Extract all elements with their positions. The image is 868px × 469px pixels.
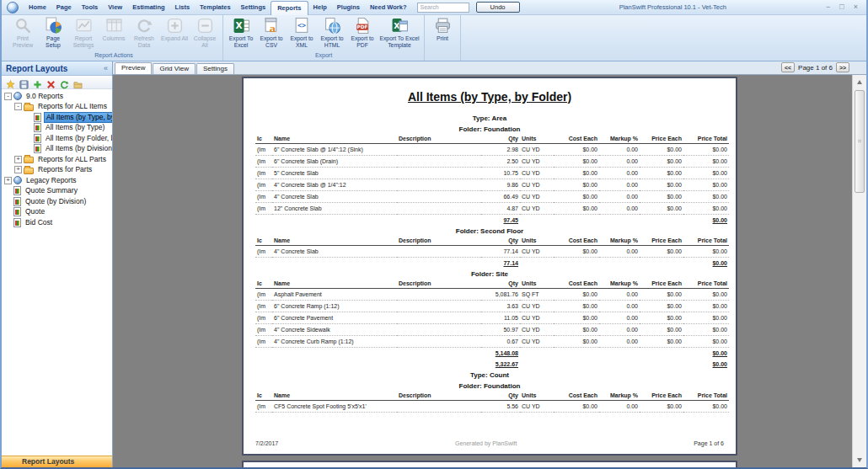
- prev-page-button[interactable]: <<: [781, 62, 795, 72]
- tab-preview[interactable]: Preview: [115, 62, 152, 74]
- column-header: Name: [272, 392, 397, 401]
- scrollbar-thumb[interactable]: [855, 90, 865, 193]
- column-header: Markup %: [599, 135, 640, 144]
- menu-help[interactable]: Help: [308, 1, 332, 13]
- export-to-excel-template-button[interactable]: XExport To Excel Template: [378, 16, 421, 50]
- tree-expander-icon[interactable]: +: [14, 166, 22, 173]
- report-cell: $0.00: [554, 324, 599, 336]
- undo-button[interactable]: Undo: [476, 2, 520, 13]
- vertical-scrollbar[interactable]: [852, 75, 866, 467]
- tree-item-all-items-by-folder-by-type[interactable]: All Items (by Folder, by Type): [2, 133, 112, 144]
- tab-settings[interactable]: Settings: [196, 63, 234, 74]
- add-icon[interactable]: [33, 77, 42, 87]
- report-cell: CU YD: [520, 179, 554, 191]
- export-to-pdf-button[interactable]: PDFExport to PDF: [347, 16, 378, 50]
- export-to-xml-button[interactable]: <>Export to XML: [287, 16, 317, 50]
- menu-home[interactable]: Home: [24, 1, 51, 13]
- report-total-cell: [272, 359, 397, 370]
- tree-expander-icon[interactable]: +: [4, 177, 12, 184]
- tree-item-all-items-by-type[interactable]: All Items (by Type): [2, 123, 112, 134]
- scroll-up-icon[interactable]: [854, 76, 865, 88]
- tree-item-label: Reports for ALL Parts: [36, 155, 108, 164]
- tree-item-all-items-by-division[interactable]: All Items (by Division): [2, 144, 112, 155]
- app-window: HomePageToolsViewEstimatingListsTemplate…: [0, 0, 868, 469]
- new-report-icon[interactable]: [6, 77, 15, 87]
- report-layouts-statusbar[interactable]: Report Layouts: [2, 456, 112, 467]
- report-cell: 5,081.76: [481, 289, 520, 301]
- columns-button[interactable]: Columns: [99, 16, 129, 43]
- tree-item-9-0-reports[interactable]: -9.0 Reports: [2, 91, 112, 102]
- report-total-cell: [599, 359, 640, 370]
- report-cell: 4" Concrete Sidewalk: [272, 324, 397, 336]
- scroll-down-icon[interactable]: [854, 454, 865, 466]
- report-cell: [397, 289, 481, 301]
- report-cell: $0.00: [640, 179, 683, 191]
- column-header: Ic: [255, 280, 272, 289]
- column-header: Ic: [255, 392, 272, 401]
- export-to-csv-button[interactable]: aExport to CSV: [256, 16, 287, 50]
- report-title: All Items (by Type, by Folder): [255, 90, 724, 104]
- tree-item-reports-for-parts[interactable]: +Reports for Parts: [2, 165, 112, 176]
- menu-tools[interactable]: Tools: [77, 1, 103, 13]
- tree-expander-icon[interactable]: -: [14, 103, 22, 110]
- folder-icon: [24, 168, 34, 174]
- report-total-cell: 77.14: [481, 258, 520, 269]
- delete-icon[interactable]: [46, 77, 56, 87]
- refresh-data-button[interactable]: Refresh Data: [129, 16, 159, 50]
- export-to-excel-button[interactable]: XExport To Excel: [226, 16, 256, 50]
- save-icon[interactable]: [19, 77, 29, 87]
- properties-icon[interactable]: [73, 77, 83, 87]
- menu-need-work[interactable]: Need Work?: [365, 1, 412, 13]
- report-icon: [34, 134, 41, 143]
- menu-settings[interactable]: Settings: [236, 1, 271, 13]
- menu-templates[interactable]: Templates: [195, 1, 236, 13]
- tree-item-quote-summary[interactable]: Quote Summary: [2, 186, 112, 197]
- refresh-icon[interactable]: [60, 77, 69, 87]
- menu-reports[interactable]: Reports: [271, 1, 308, 15]
- report-cell: [397, 312, 481, 324]
- report-cell: (Im: [255, 203, 272, 215]
- export-to-html-button[interactable]: Export to HTML: [317, 16, 347, 50]
- report-row: (Im4" Concrete Slab77.14CU YD$0.000.00$0…: [255, 246, 729, 258]
- menu-lists[interactable]: Lists: [170, 1, 196, 13]
- collapse-panel-icon[interactable]: «: [104, 64, 108, 72]
- column-header: Ic: [255, 135, 272, 144]
- menu-plugins[interactable]: Plugins: [332, 1, 365, 13]
- search-input[interactable]: [417, 3, 469, 13]
- page-setup-button[interactable]: Page Setup: [38, 16, 68, 50]
- next-page-button[interactable]: >>: [836, 62, 849, 72]
- expand-all-button[interactable]: Expand All: [159, 16, 190, 43]
- tab-grid-view[interactable]: Grid View: [153, 63, 196, 74]
- tree-expander-icon[interactable]: +: [14, 156, 22, 163]
- report-total-cell: [554, 359, 599, 370]
- report-footer-page: Page 1 of 6: [694, 440, 724, 446]
- menu-view[interactable]: View: [103, 1, 127, 13]
- tree-item-quote-by-division[interactable]: Quote (by Division): [2, 196, 112, 207]
- globe-icon: [13, 176, 22, 184]
- close-button[interactable]: ×: [854, 3, 858, 11]
- tree-item-quote[interactable]: Quote: [2, 207, 112, 218]
- print-button[interactable]: Print: [427, 16, 458, 43]
- report-cell: $0.00: [683, 289, 729, 301]
- sidebar-toolbar: [2, 76, 112, 89]
- tree-item-bid-cost[interactable]: Bid Cost: [2, 217, 112, 228]
- ribbon-button-label: Columns: [103, 35, 126, 42]
- maximize-button[interactable]: □: [839, 3, 844, 11]
- print-preview-button[interactable]: Print Preview: [8, 16, 38, 50]
- tree-item-all-items-by-type-by-folder[interactable]: All Items (by Type, by Folder): [2, 112, 112, 123]
- menu-estimating[interactable]: Estimating: [127, 1, 169, 13]
- report-row: (ImCF5 Concrete Spot Footing 5'x5'x1'5.5…: [255, 401, 729, 413]
- tree-item-legacy-reports[interactable]: +Legacy Reports: [2, 175, 112, 186]
- app-logo-orb[interactable]: [7, 2, 19, 13]
- column-header: Qty: [481, 135, 520, 144]
- menu-page[interactable]: Page: [51, 1, 77, 13]
- report-cell: 0.00: [599, 144, 640, 156]
- report-settings-button[interactable]: Report Settings: [68, 16, 99, 50]
- collapse-all-button[interactable]: Collapse All: [190, 16, 220, 50]
- tree-expander-icon[interactable]: -: [4, 93, 12, 100]
- report-row: (Im6" Concrete Ramp (1:12)3.63CU YD$0.00…: [255, 301, 729, 312]
- minimize-button[interactable]: −: [826, 3, 830, 11]
- tree-item-reports-for-all-parts[interactable]: +Reports for ALL Parts: [2, 154, 112, 165]
- report-cell: 0.00: [599, 179, 640, 191]
- tree-item-reports-for-all-items[interactable]: -Reports for ALL Items: [2, 102, 112, 113]
